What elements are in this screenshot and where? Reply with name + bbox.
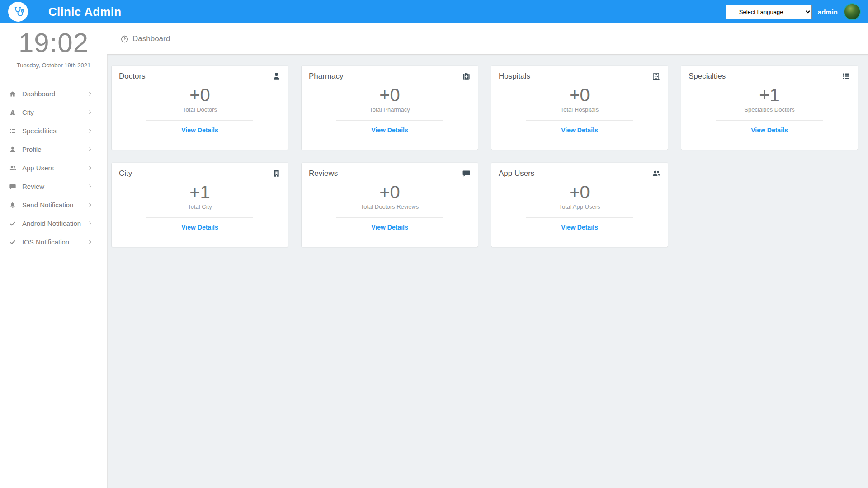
divider [336,120,443,121]
sidebar-item-city[interactable]: City [0,103,107,122]
sidebar: 19:02 Tuesday, October 19th 2021 Dashboa… [0,23,107,488]
sidebar-item-label: App Users [22,164,54,172]
stat-card-app-users: App Users +0 Total App Users View Detail… [491,163,668,247]
stat-value: +1 [689,85,850,105]
view-details-link[interactable]: View Details [309,127,471,134]
view-details-link[interactable]: View Details [309,224,471,231]
divider [716,120,823,121]
stat-label: Total App Users [499,203,660,210]
card-title: Specialties [689,72,726,81]
user-icon [272,72,281,80]
avatar[interactable] [844,3,861,20]
sidebar-nav: Dashboard City Specialities Profile App … [0,84,107,251]
divider [336,217,443,218]
sidebar-item-label: Profile [22,145,42,153]
stat-value: +0 [309,182,471,202]
sidebar-item-ios-notification[interactable]: IOS Notification [0,233,107,251]
top-header: Clinic Admin Select Language admin [0,0,868,23]
card-title: Hospitals [499,72,530,81]
app-title: Clinic Admin [48,5,122,19]
view-details-link[interactable]: View Details [689,127,850,134]
stat-value: +0 [499,182,660,202]
divider [526,217,633,218]
stat-card-reviews: Reviews +0 Total Doctors Reviews View De… [302,163,478,247]
divider [146,120,253,121]
stat-card-hospitals: Hospitals +0 Total Hospitals View Detail… [491,66,668,150]
stat-card-doctors: Doctors +0 Total Doctors View Details [112,66,288,150]
view-details-link[interactable]: View Details [499,127,660,134]
stat-label: Total City [119,203,281,210]
username-label[interactable]: admin [818,8,838,16]
sidebar-item-label: Dashboard [22,90,55,98]
chevron-right-icon [88,239,93,244]
dashboard-cards: Doctors +0 Total Doctors View Details Ph… [107,55,868,488]
breadcrumb: Dashboard [107,23,868,55]
page-title: Dashboard [132,34,170,43]
chevron-right-icon [88,91,93,96]
stat-label: Total Doctors Reviews [309,203,471,210]
sidebar-item-app-users[interactable]: App Users [0,159,107,177]
stat-label: Total Doctors [119,106,281,113]
sidebar-item-review[interactable]: Review [0,177,107,196]
home-icon [9,90,19,98]
divider [146,217,253,218]
user-icon [9,146,19,153]
chevron-right-icon [88,128,93,133]
chevron-right-icon [88,202,93,207]
stat-value: +0 [119,85,281,105]
sidebar-item-label: City [22,108,34,116]
medkit-icon [462,72,471,80]
card-title: Reviews [309,169,338,178]
view-details-link[interactable]: View Details [119,127,281,134]
language-select[interactable]: Select Language [726,5,812,19]
check-icon [9,239,19,246]
check-icon [9,220,19,227]
chevron-right-icon [88,165,93,170]
comment-icon [9,183,19,190]
stat-label: Total Hospitals [499,106,660,113]
stat-value: +0 [499,85,660,105]
card-title: City [119,169,132,178]
card-title: Pharmacy [309,72,344,81]
list-icon [9,127,19,135]
sidebar-item-dashboard[interactable]: Dashboard [0,84,107,103]
stat-value: +0 [309,85,471,105]
card-title: Doctors [119,72,146,81]
sidebar-item-specialities[interactable]: Specialities [0,122,107,140]
hospital-icon [652,72,660,80]
dashboard-gauge-icon [120,35,129,43]
divider [526,120,633,121]
chevron-right-icon [88,147,93,152]
sidebar-item-label: IOS Notification [22,238,69,246]
stat-label: Total Pharmacy [309,106,471,113]
sidebar-item-label: Specialities [22,127,57,135]
chevron-right-icon [88,110,93,115]
building-icon [272,169,281,178]
stat-label: Specialties Doctors [689,106,850,113]
sidebar-item-label: Android Notification [22,220,81,227]
date-label: Tuesday, October 19th 2021 [0,62,107,69]
stethoscope-icon [12,5,24,18]
app-logo [8,2,28,22]
bell-icon [9,202,19,209]
chevron-right-icon [88,221,93,226]
main-area: Dashboard Doctors +0 Total Doctors View … [107,23,868,488]
users-icon [652,169,660,178]
chevron-right-icon [88,184,93,189]
comment-icon [462,169,471,178]
list-icon [842,72,850,80]
sidebar-item-profile[interactable]: Profile [0,140,107,159]
card-title: App Users [499,169,534,178]
road-icon [9,109,19,116]
view-details-link[interactable]: View Details [499,224,660,231]
stat-card-city: City +1 Total City View Details [112,163,288,247]
sidebar-item-send-notification[interactable]: Send Notification [0,196,107,214]
clock: 19:02 [0,28,107,58]
sidebar-item-label: Send Notification [22,201,73,209]
sidebar-item-android-notification[interactable]: Android Notification [0,214,107,233]
stat-card-pharmacy: Pharmacy +0 Total Pharmacy View Details [302,66,478,150]
users-icon [9,164,19,172]
sidebar-item-label: Review [22,183,44,190]
view-details-link[interactable]: View Details [119,224,281,231]
stat-value: +1 [119,182,281,202]
